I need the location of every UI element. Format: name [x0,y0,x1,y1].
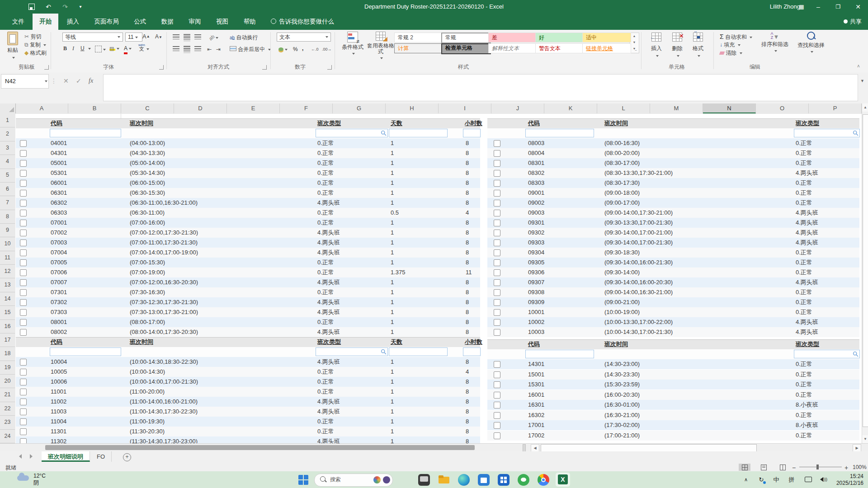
align-right-icon[interactable] [194,45,201,53]
tab-insert[interactable]: 插入 [60,14,86,30]
italic-button[interactable]: I [72,44,74,52]
start-button[interactable] [298,475,308,485]
column-header-L[interactable]: L [597,103,650,113]
align-top-icon[interactable] [173,33,179,42]
restore-button[interactable]: ❐ [828,0,848,14]
column-header-I[interactable]: I [439,103,491,113]
name-box[interactable]: N42 [1,74,49,89]
row-header-6[interactable]: 6 [0,183,15,196]
formula-input[interactable] [103,74,858,101]
font-size-select[interactable]: 11 [125,33,142,42]
row-checkbox[interactable] [20,299,27,306]
row-checkbox[interactable] [20,140,27,147]
number-dialog-launcher-icon[interactable] [327,65,332,70]
filter-input[interactable] [316,129,388,137]
row-checkbox[interactable] [20,259,27,266]
row-header-3[interactable]: 3 [0,141,15,155]
wrap-text-button[interactable]: ab̲ 自动换行 [230,33,258,42]
insert-cells-button[interactable]: ← 插入 [647,33,665,59]
horizontal-scrollbar[interactable]: ◀ ▶ [0,443,868,452]
underline-dropdown-icon[interactable] [87,44,91,52]
tab-file[interactable]: 文件 [5,14,31,30]
zoom-out-icon[interactable]: − [792,464,796,471]
row-checkbox[interactable] [494,392,500,399]
row-checkbox[interactable] [494,150,500,157]
row-header-1[interactable]: 1 [0,114,15,127]
cell-style-normal2[interactable]: 常规 2 [394,33,443,42]
column-header-K[interactable]: K [544,103,597,113]
row-header-19[interactable]: 19 [0,361,15,375]
row-checkbox[interactable] [494,299,500,306]
tab-review[interactable]: 审阅 [182,14,208,30]
row-checkbox[interactable] [494,220,500,226]
comma-style-icon[interactable]: , [302,44,303,52]
filter-input[interactable] [389,129,448,137]
normal-view-icon[interactable] [739,464,750,471]
row-header-11[interactable]: 11 [0,251,15,265]
row-checkbox[interactable] [494,432,500,439]
filter-input[interactable] [794,350,860,358]
row-header-20[interactable]: 20 [0,375,15,388]
sheet-tab-FO[interactable]: FO [90,451,112,462]
row-header-23[interactable]: 23 [0,416,15,429]
row-checkbox[interactable] [20,170,27,177]
tray-ime-lang[interactable]: 中 [771,471,781,488]
cut-button[interactable]: ✂ 剪切 [24,33,41,41]
merge-center-button[interactable]: 合并后居中 [230,45,271,53]
cell-style-normal[interactable]: 常规 [441,33,491,43]
cell-style-expl[interactable]: 解释性文本 [488,43,537,53]
row-checkbox[interactable] [20,239,27,246]
zoom-level[interactable]: 100% [853,464,867,470]
increase-decimal-icon[interactable]: ←.0 [311,45,319,53]
insert-function-icon[interactable]: fx [89,74,93,88]
row-checkbox[interactable] [494,269,500,276]
row-header-22[interactable]: 22 [0,402,15,416]
filter-input[interactable] [389,347,448,356]
row-checkbox[interactable] [20,438,27,443]
filter-input[interactable] [50,129,121,137]
row-header-7[interactable]: 7 [0,196,15,210]
column-header-N[interactable]: N [703,103,756,113]
column-header-F[interactable]: F [280,103,333,113]
filter-input[interactable] [794,129,860,137]
row-checkbox[interactable] [20,418,27,425]
fill-color-icon[interactable]: ▨ [109,44,119,52]
sheet-tab-班次明细说明[interactable]: 班次明细说明 [42,451,90,462]
paste-button[interactable]: 粘贴 [4,32,22,61]
row-checkbox[interactable] [20,150,27,157]
column-header-M[interactable]: M [650,103,703,113]
row-checkbox[interactable] [494,140,500,147]
column-header-P[interactable]: P [809,103,862,113]
column-header-A[interactable]: A [15,103,68,113]
cell-style-calc[interactable]: 计算 [394,43,443,53]
fill-button[interactable]: ↓ 填充 [720,41,741,49]
row-header-15[interactable]: 15 [0,306,15,319]
row-header-8[interactable]: 8 [0,210,15,224]
copy-button[interactable]: ⧉ 复制 [24,41,46,49]
qat-customize-icon[interactable]: ▾ [76,0,85,14]
filter-input[interactable] [316,347,388,356]
vertical-scroll-thumb[interactable] [863,114,868,427]
percent-style-icon[interactable]: % [293,45,298,53]
filter-input[interactable] [463,129,481,137]
scroll-right-icon[interactable]: ▶ [853,444,861,452]
cell-style-neutral[interactable]: 适中 [582,33,631,42]
orientation-icon[interactable]: ab [209,33,218,42]
row-checkbox[interactable] [20,180,27,187]
vertical-scrollbar[interactable]: ▲ ▼ [862,103,868,443]
row-checkbox[interactable] [20,289,27,296]
number-format-select[interactable]: 文本 [277,33,331,42]
cell-style-good[interactable]: 好 [535,33,584,42]
enter-formula-icon[interactable]: ✓ [76,74,81,88]
row-checkbox[interactable] [494,371,500,378]
clear-button[interactable]: 清除 [720,49,742,57]
sheet-hscroll-thumb[interactable] [541,444,757,452]
filter-input[interactable] [463,347,481,356]
taskbar-app-store-icon[interactable] [478,474,490,486]
filter-input[interactable] [50,347,121,356]
row-header-5[interactable]: 5 [0,169,15,182]
row-checkbox[interactable] [20,428,27,435]
font-dialog-launcher-icon[interactable] [159,65,164,70]
align-bottom-icon[interactable] [194,33,201,42]
cancel-formula-icon[interactable]: ✕ [63,74,69,88]
